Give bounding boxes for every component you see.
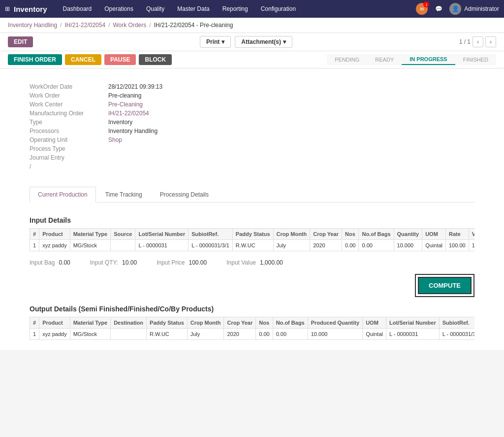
input-table-wrapper: # Product Material Type Source Lot/Seria… <box>30 228 474 251</box>
value-type: Inventory <box>108 119 132 126</box>
output-col-produced-qty: Produced Quantity <box>308 317 362 329</box>
status-in-progress[interactable]: IN PROGRESS <box>402 54 455 65</box>
output-row-no-of-bags: 0.00 <box>273 329 308 340</box>
block-button[interactable]: BLOCK <box>139 54 172 65</box>
output-col-product: Product <box>39 317 70 329</box>
action-bar-center: Print ▾ Attachment(s) ▾ <box>200 36 292 48</box>
output-table-row: 1 xyz paddy MG/Stock R.W.UC July 2020 0.… <box>30 329 475 340</box>
tab-processing-details[interactable]: Processing Details <box>152 187 217 202</box>
tab-current-production[interactable]: Current Production <box>30 187 96 202</box>
input-row-nos: 0.00 <box>342 240 359 251</box>
input-row-quantity: 10.000 <box>394 240 422 251</box>
output-col-crop-year: Crop Year <box>224 317 256 329</box>
output-col-num: # <box>30 317 39 329</box>
input-col-num: # <box>30 229 39 240</box>
prev-record-button[interactable]: ‹ <box>472 36 483 47</box>
form-row-journal-entry: Journal Entry <box>30 154 474 161</box>
output-row-lot-serial: L - 0000031 <box>386 329 439 340</box>
notification-icon[interactable]: ✉ 1 <box>416 3 428 15</box>
output-row-destination <box>111 329 147 340</box>
top-navigation: ⊞ Inventory Dashboard Operations Quality… <box>0 0 504 18</box>
summary-input-qty-value: 10.00 <box>122 259 137 266</box>
input-row-crop-month: July <box>273 240 310 251</box>
print-button[interactable]: Print ▾ <box>200 36 231 48</box>
form-row-process-type: Process Type <box>30 145 474 152</box>
print-dropdown-icon: ▾ <box>221 38 224 45</box>
form-row-type: Type Inventory <box>30 119 474 126</box>
summary-input-qty: Input QTY: 10.00 <box>90 259 137 266</box>
nav-dashboard[interactable]: Dashboard <box>57 0 98 18</box>
app-name: Inventory <box>14 5 47 13</box>
summary-input-bag-value: 0.00 <box>59 259 70 266</box>
user-name: Administrator <box>464 5 499 12</box>
label-work-order: Work Order <box>30 92 108 99</box>
breadcrumb-work-orders[interactable]: Work Orders <box>113 22 146 29</box>
input-row-rate: 100.00 <box>446 240 469 251</box>
user-avatar: 👤 <box>449 3 461 15</box>
tab-bar: Current Production Time Tracking Process… <box>30 187 474 202</box>
input-row-value: 1,000.00 <box>469 240 474 251</box>
cancel-button[interactable]: CANCEL <box>65 54 101 65</box>
input-col-source: Source <box>111 229 135 240</box>
nav-quality[interactable]: Quality <box>140 0 170 18</box>
summary-input-qty-label: Input QTY: <box>90 259 118 266</box>
value-processors: Inventory Handling <box>108 128 158 134</box>
summary-input-bag: Input Bag 0.00 <box>30 259 70 266</box>
finish-order-button[interactable]: FINISH ORDER <box>8 54 62 65</box>
value-operating-unit[interactable]: Shop <box>108 136 122 143</box>
input-col-lot-serial: Lot/Serial Number <box>135 229 189 240</box>
compute-button[interactable]: COMPUTE <box>418 277 472 294</box>
form-row-slash: / <box>30 163 474 170</box>
user-menu[interactable]: 👤 Administrator <box>449 3 499 15</box>
breadcrumb: Inventory Handling / IH/21-22/02054 / Wo… <box>0 18 504 33</box>
status-ready[interactable]: READY <box>367 55 402 65</box>
output-col-lot-serial: Lot/Serial Number <box>386 317 439 329</box>
nav-reporting[interactable]: Reporting <box>217 0 254 18</box>
label-processors: Processors <box>30 128 108 134</box>
main-content: WorkOrder Date 28/12/2021 09:39:13 Work … <box>0 68 504 350</box>
form-section: WorkOrder Date 28/12/2021 09:39:13 Work … <box>30 78 474 182</box>
form-row-workorder-date: WorkOrder Date 28/12/2021 09:39:13 <box>30 83 474 90</box>
action-bar-right: 1 / 1 ‹ › <box>459 36 496 47</box>
summary-input-value: Input Value 1,000.00 <box>226 259 283 266</box>
input-row-no-of-bags: 0.00 <box>359 240 394 251</box>
breadcrumb-current: IH/21-22/02054 - Pre-cleaning <box>154 22 233 29</box>
input-col-uom: UOM <box>422 229 446 240</box>
summary-input-price-label: Input Price <box>157 259 185 266</box>
attachment-button[interactable]: Attachment(s) ▾ <box>235 36 292 48</box>
output-section-title: Output Details (Semi Finished/Finished/C… <box>30 305 474 313</box>
input-table-header-row: # Product Material Type Source Lot/Seria… <box>30 229 475 240</box>
chat-icon[interactable]: 💬 <box>433 3 444 15</box>
nav-configuration[interactable]: Configuration <box>255 0 302 18</box>
value-work-center[interactable]: Pre-Cleaning <box>108 101 143 108</box>
nav-master-data[interactable]: Master Data <box>171 0 215 18</box>
output-row-material-type: MG/Stock <box>70 329 111 340</box>
edit-button[interactable]: EDIT <box>8 36 33 47</box>
label-work-center: Work Center <box>30 101 108 108</box>
workflow-bar: FINISH ORDER CANCEL PAUSE BLOCK <box>8 54 172 65</box>
summary-input-bag-label: Input Bag <box>30 259 55 266</box>
input-col-quantity: Quantity <box>394 229 422 240</box>
input-table: # Product Material Type Source Lot/Seria… <box>30 228 474 251</box>
action-bar: EDIT Print ▾ Attachment(s) ▾ 1 / 1 ‹ › <box>0 33 504 51</box>
breadcrumb-ih-1[interactable]: IH/21-22/02054 <box>64 22 105 29</box>
output-row-crop-month: July <box>187 329 224 340</box>
status-finished[interactable]: FINISHED <box>455 55 496 65</box>
pause-button[interactable]: PAUSE <box>104 54 136 65</box>
tab-time-tracking[interactable]: Time Tracking <box>97 187 151 202</box>
status-pending[interactable]: PENDING <box>327 55 367 65</box>
nav-operations[interactable]: Operations <box>98 0 139 18</box>
output-col-sublot: SubiotRef. <box>439 317 474 329</box>
input-section-title: Input Details <box>30 216 474 224</box>
label-slash: / <box>30 163 108 170</box>
input-col-no-of-bags: No.of Bags <box>359 229 394 240</box>
attachment-dropdown-icon: ▾ <box>283 38 286 45</box>
breadcrumb-inventory-handling[interactable]: Inventory Handling <box>8 22 57 29</box>
input-col-crop-year: Crop Year <box>310 229 342 240</box>
input-row-lot-serial: L - 0000031 <box>135 240 189 251</box>
compute-area: COMPUTE <box>30 274 474 297</box>
value-manufacturing-order[interactable]: IH/21-22/02054 <box>108 110 149 117</box>
app-grid-icon[interactable]: ⊞ <box>5 5 10 12</box>
output-row-paddy-status: R.W.UC <box>147 329 188 340</box>
next-record-button[interactable]: › <box>485 36 496 47</box>
